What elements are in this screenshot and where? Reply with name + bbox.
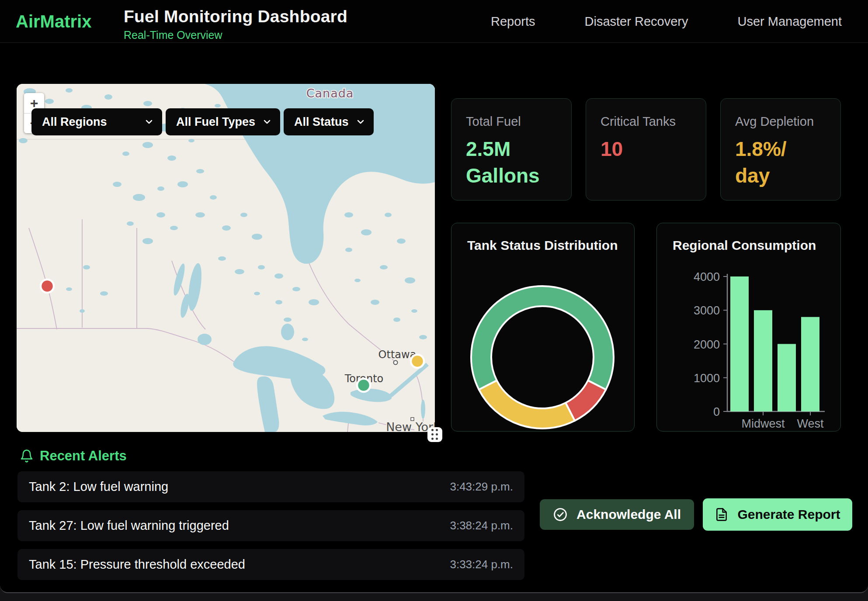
country-label: Canada <box>306 86 354 100</box>
fuel-type-filter-dropdown[interactable]: All Fuel Types <box>166 108 280 135</box>
tank-status-distribution-card: Tank Status Distribution <box>451 223 635 432</box>
page-subtitle: Real-Time Overview <box>124 29 347 41</box>
page-title: Fuel Monitoring Dashboard <box>124 7 347 26</box>
bar-chart: 01000200030004000MidwestWest <box>657 223 840 431</box>
fuel-type-filter-value: All Fuel Types <box>176 115 255 129</box>
region-filter-value: All Regions <box>42 115 107 129</box>
ottawa-city-dot <box>394 361 398 365</box>
tank-marker-critical[interactable] <box>41 280 54 293</box>
acknowledge-all-button[interactable]: Acknowledge All <box>540 499 694 530</box>
dashboard-window: AirMatrix Fuel Monitoring Dashboard Real… <box>0 0 868 593</box>
chevron-down-icon <box>262 117 272 127</box>
stat-label: Critical Tanks <box>601 114 691 129</box>
svg-text:4000: 4000 <box>694 270 720 283</box>
svg-text:West: West <box>797 417 824 430</box>
main-nav: Reports Disaster Recovery User Managemen… <box>491 0 842 43</box>
map-resize-handle[interactable] <box>427 427 442 442</box>
alert-row[interactable]: Tank 27: Low fuel warning triggered 3:38… <box>17 510 524 541</box>
stat-card-avg-depletion: Avg Depletion 1.8%/day <box>720 98 841 200</box>
stat-value: 1.8%/day <box>735 136 826 189</box>
alert-timestamp: 3:38:24 p.m. <box>450 519 513 532</box>
donut-slice-normal <box>471 286 614 390</box>
check-circle-icon <box>553 507 568 522</box>
stat-label: Total Fuel <box>466 114 557 129</box>
alert-timestamp: 3:33:24 p.m. <box>450 558 513 571</box>
alert-row[interactable]: Tank 2: Low fuel warning 3:43:29 p.m. <box>17 471 524 502</box>
file-text-icon <box>715 508 729 522</box>
bar-chart-title: Regional Consumption <box>673 238 816 253</box>
tank-marker-normal[interactable] <box>357 379 370 392</box>
recent-alerts-title: Recent Alerts <box>40 448 127 464</box>
map-canvas[interactable]: Canada Ottawa Toronto New York <box>17 84 435 432</box>
alert-message: Tank 27: Low fuel warning triggered <box>29 518 229 533</box>
svg-text:2000: 2000 <box>694 338 720 351</box>
nav-item-disaster-recovery[interactable]: Disaster Recovery <box>585 14 688 29</box>
bar-region-0 <box>730 276 749 411</box>
status-filter-value: All Status <box>294 115 349 129</box>
bar-region-3 <box>801 317 819 411</box>
stat-value: 2.5MGallons <box>466 136 557 189</box>
svg-text:1000: 1000 <box>694 372 720 385</box>
generate-report-label: Generate Report <box>737 507 840 522</box>
stat-value: 10 <box>601 136 691 162</box>
svg-text:3000: 3000 <box>694 304 720 317</box>
recent-alerts-heading: Recent Alerts <box>20 448 127 464</box>
chevron-down-icon <box>144 117 154 127</box>
title-block: Fuel Monitoring Dashboard Real-Time Over… <box>124 7 347 41</box>
tank-marker-warning[interactable] <box>411 355 424 368</box>
donut-chart <box>451 223 634 431</box>
alert-row[interactable]: Tank 15: Pressure threshold exceeded 3:3… <box>17 549 524 580</box>
svg-text:Midwest: Midwest <box>741 417 785 430</box>
chevron-down-icon <box>355 117 366 127</box>
svg-text:0: 0 <box>713 405 720 418</box>
dashboard-root: AirMatrix Fuel Monitoring Dashboard Real… <box>0 0 868 601</box>
nav-item-user-management[interactable]: User Management <box>737 14 842 29</box>
alert-message: Tank 2: Low fuel warning <box>29 480 168 494</box>
acknowledge-all-label: Acknowledge All <box>576 507 681 522</box>
nav-item-reports[interactable]: Reports <box>491 14 535 29</box>
map-panel: Canada Ottawa Toronto New York + − All R… <box>17 84 435 432</box>
bar-region-1 <box>754 310 772 411</box>
map-filter-bar: All Regions All Fuel Types All Status <box>31 108 374 135</box>
app-logo: AirMatrix <box>16 11 91 31</box>
generate-report-button[interactable]: Generate Report <box>703 498 852 531</box>
alert-message: Tank 15: Pressure threshold exceeded <box>29 557 245 572</box>
stat-card-total-fuel: Total Fuel 2.5MGallons <box>451 98 572 200</box>
bar-region-2 <box>778 344 796 412</box>
stat-card-critical-tanks: Critical Tanks 10 <box>586 98 706 200</box>
stat-label: Avg Depletion <box>735 114 826 129</box>
regional-consumption-card: 01000200030004000MidwestWest Regional Co… <box>656 223 841 432</box>
bell-icon <box>20 449 34 463</box>
region-filter-dropdown[interactable]: All Regions <box>31 108 162 135</box>
header: AirMatrix Fuel Monitoring Dashboard Real… <box>0 0 868 43</box>
donut-slice-warning <box>479 380 575 428</box>
new-york-city-dot <box>411 418 414 421</box>
donut-chart-title: Tank Status Distribution <box>467 238 618 253</box>
status-filter-dropdown[interactable]: All Status <box>284 108 374 135</box>
alert-timestamp: 3:43:29 p.m. <box>450 480 513 494</box>
